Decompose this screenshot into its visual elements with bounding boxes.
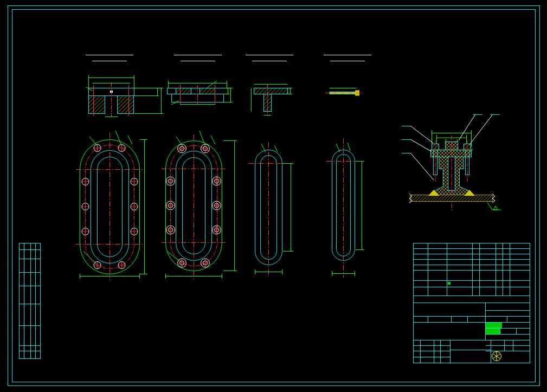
detail-4-title (299, 43, 396, 47)
annotation-layer (0, 0, 547, 392)
cad-sheet (0, 0, 547, 392)
detail-1-title (61, 43, 158, 47)
